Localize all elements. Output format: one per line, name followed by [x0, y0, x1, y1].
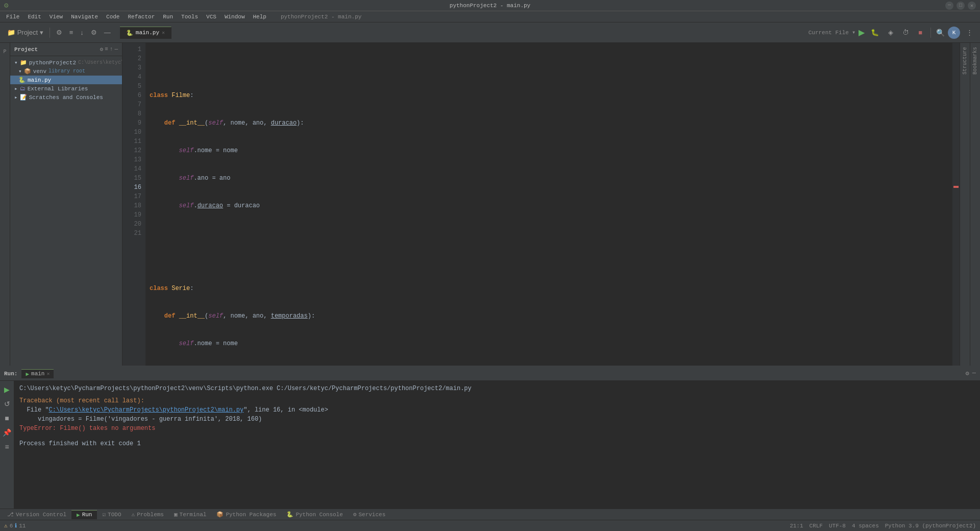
menu-window[interactable]: Window [220, 13, 249, 21]
maximize-button[interactable]: □ [957, 2, 965, 10]
tab-python-packages[interactable]: 📦 Python Packages [211, 510, 281, 519]
tab-problems[interactable]: ⚠ Problems [127, 510, 169, 519]
problems-label: Problems [137, 512, 164, 518]
code-content[interactable]: class Filme: def __int__(self, nome, ano… [145, 43, 952, 366]
tab-todo[interactable]: ☑ TODO [97, 510, 126, 519]
temporadas-param: temporadas [271, 311, 308, 321]
tab-terminal[interactable]: ▣ Terminal [169, 510, 211, 519]
stop-run-button[interactable]: ■ [3, 413, 10, 424]
line-numbers: 1 2 3 4 5 6 7 8 9 10 11 12 13 14 15 16 1… [122, 43, 145, 366]
tab-run[interactable]: ▶ Run [71, 510, 97, 519]
more-button[interactable]: ⋮ [963, 27, 976, 38]
console-icon: 🐍 [286, 511, 293, 518]
menu-tools[interactable]: Tools [177, 13, 202, 21]
menu-run[interactable]: Run [159, 13, 177, 21]
indent-4 [150, 146, 179, 155]
duracao-param-1: duracao [271, 118, 297, 128]
menu-file[interactable]: File [2, 13, 23, 21]
tab-version-control[interactable]: ⎇ Version Control [2, 510, 71, 519]
run-panel-minimize-icon[interactable]: — [972, 370, 976, 377]
run-output: C:\Users\ketyc\PycharmProjects\pythonPro… [14, 381, 980, 509]
toolbar-btn-3[interactable]: ↓ [77, 27, 87, 38]
sidebar-settings-icon[interactable]: ⚙ [100, 46, 104, 53]
tab-services[interactable]: ⚙ Services [348, 510, 390, 519]
menu-code[interactable]: Code [102, 13, 124, 21]
code-editor[interactable]: 1 2 3 4 5 6 7 8 9 10 11 12 13 14 15 16 1… [122, 43, 960, 366]
run-file-prefix: File " [19, 406, 49, 414]
status-encoding[interactable]: UTF-8 [829, 523, 846, 529]
project-panel-icon[interactable]: P [3, 47, 6, 57]
run-file-link[interactable]: C:\Users\ketyc\PycharmProjects\pythonPro… [49, 406, 244, 414]
services-label: Services [358, 512, 385, 518]
colon-1: : [190, 91, 193, 100]
toolbar-settings-2[interactable]: ⚙ [88, 27, 100, 38]
filter-run-button[interactable]: ≡ [3, 441, 10, 452]
profile-button[interactable]: ⏱ [899, 27, 912, 38]
search-button[interactable]: 🔍 [936, 29, 945, 37]
minimize-button[interactable]: ─ [945, 2, 953, 10]
colon-2: : [190, 284, 193, 293]
python-version-label: Python 3.9 (pythonProject2) [885, 523, 976, 529]
menu-refactor[interactable]: Refactor [124, 13, 159, 21]
code-line-1 [150, 63, 948, 73]
line-num-1: 1 [122, 45, 141, 54]
encoding-label: UTF-8 [829, 523, 846, 529]
status-python-version[interactable]: Python 3.9 (pythonProject2) [885, 523, 976, 529]
status-warnings[interactable]: ⚠ 6 ℹ 11 [4, 522, 26, 529]
line-num-4: 4 [122, 73, 141, 82]
run-error-indent [19, 416, 34, 423]
sidebar-close-icon[interactable]: — [114, 46, 118, 53]
run-panel-settings-icon[interactable]: ⚙ [966, 370, 969, 377]
dot-1: .nome = nome [193, 146, 237, 155]
right-scrollbar[interactable] [952, 43, 960, 366]
menu-view[interactable]: View [45, 13, 67, 21]
menu-help[interactable]: Help [249, 13, 271, 21]
stop-button[interactable]: ■ [915, 27, 925, 38]
run-tab-close[interactable]: ✕ [46, 371, 50, 377]
status-position[interactable]: 21:1 [790, 523, 803, 529]
tab-close-button[interactable]: ✕ [162, 30, 165, 36]
toolbar-btn-2[interactable]: ≡ [66, 27, 77, 38]
user-avatar[interactable]: K [948, 27, 960, 39]
sidebar-up-icon[interactable]: ↑ [110, 46, 113, 53]
pin-run-button[interactable]: 📌 [1, 427, 13, 438]
close-button[interactable]: ✕ [968, 2, 976, 10]
menu-edit[interactable]: Edit [23, 13, 45, 21]
terminal-icon: ▣ [174, 511, 178, 518]
structure-label[interactable]: Structure [962, 47, 968, 75]
status-line-ending[interactable]: CRLF [810, 523, 823, 529]
sidebar-item-venv[interactable]: ▾ 📦 venv library root [10, 67, 122, 76]
sidebar-item-mainpy[interactable]: 🐍 main.py [10, 76, 122, 84]
indent-11 [150, 339, 179, 348]
line-num-15: 15 [122, 174, 141, 183]
info-icon: ℹ [15, 522, 17, 529]
indent-5 [150, 174, 179, 183]
bookmarks-label[interactable]: Bookmarks [972, 47, 978, 75]
sidebar-item-external-libs[interactable]: ▸ 🗂 External Libraries [10, 84, 122, 93]
scratch-icon: 📝 [20, 94, 27, 101]
run-config-dropdown[interactable]: ▾ [852, 29, 855, 36]
line-num-11: 11 [122, 137, 141, 146]
expand-icon: ▾ [14, 59, 18, 66]
sidebar-item-scratches[interactable]: ▸ 📝 Scratches and Consoles [10, 93, 122, 102]
indent-10 [150, 311, 164, 321]
settings-button[interactable]: ⚙ [53, 27, 65, 38]
coverage-button[interactable]: ◈ [885, 27, 896, 38]
run-main-tab[interactable]: ▶ main ✕ [21, 369, 54, 378]
main-content: P Project ⚙ ≡ ↑ — ▾ 📁 pythonProject2 C:\… [0, 43, 980, 366]
status-indent[interactable]: 4 spaces [852, 523, 879, 529]
project-button[interactable]: 📁 Project ▾ [4, 27, 46, 38]
rerun-button[interactable]: ↺ [3, 398, 12, 409]
menu-vcs[interactable]: VCS [202, 13, 220, 21]
sidebar-collapse-icon[interactable]: ≡ [105, 46, 108, 53]
debug-button[interactable]: 🐛 [868, 27, 882, 38]
run-button[interactable]: ▶ [859, 28, 865, 37]
toolbar-collapse[interactable]: — [101, 27, 114, 38]
tab-python-console[interactable]: 🐍 Python Console [281, 510, 348, 519]
menu-navigate[interactable]: Navigate [67, 13, 102, 21]
window-controls[interactable]: ─ □ ✕ [945, 2, 976, 10]
run-command-line: C:\Users\ketyc\PycharmProjects\pythonPro… [19, 384, 975, 393]
run-again-button[interactable]: ▶ [3, 384, 11, 395]
main-py-tab[interactable]: 🐍 main.py ✕ [120, 27, 172, 39]
sidebar-item-project[interactable]: ▾ 📁 pythonProject2 C:\Users\ketyc\Pychar [10, 58, 122, 67]
